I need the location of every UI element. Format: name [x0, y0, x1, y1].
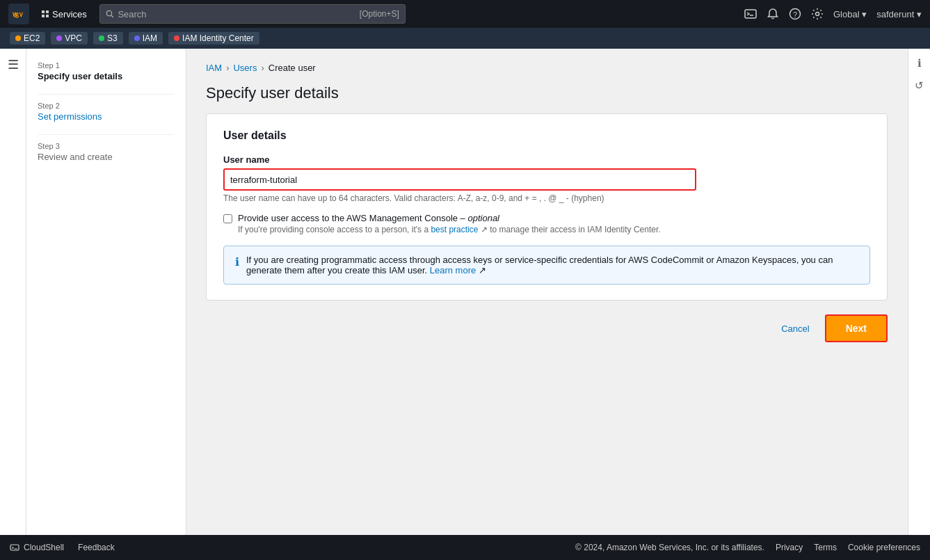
step-1-title: Specify user details	[38, 71, 175, 81]
step-2-item: Step 2 Set permissions	[38, 102, 175, 122]
vpc-dot	[56, 35, 62, 41]
cloudshell-button[interactable]: CloudShell	[10, 543, 64, 552]
learn-more-link[interactable]: Learn more	[430, 265, 476, 275]
search-icon	[106, 9, 114, 19]
page-content: IAM › Users › Create user Specify user d…	[186, 49, 908, 535]
nav-tag-ec2[interactable]: EC2	[10, 32, 45, 45]
step-1-label: Step 1	[38, 61, 175, 70]
form-section-title: User details	[223, 129, 870, 142]
bell-icon-btn[interactable]	[767, 8, 779, 20]
right-history-icon[interactable]: ↺	[915, 79, 924, 92]
nav-tag-s3[interactable]: S3	[93, 32, 123, 45]
feedback-button[interactable]: Feedback	[78, 543, 115, 552]
svg-line-6	[111, 15, 113, 17]
bell-icon	[767, 8, 779, 20]
ec2-dot	[15, 35, 21, 41]
svg-rect-1	[42, 10, 45, 13]
cancel-button[interactable]: Cancel	[773, 319, 817, 338]
bottom-bar: CloudShell Feedback © 2024, Amazon Web S…	[0, 535, 930, 560]
page-title: Specify user details	[206, 84, 888, 102]
terminal-icon-btn[interactable]	[744, 8, 757, 20]
sidebar-toggle: ☰	[0, 49, 26, 535]
breadcrumb: IAM › Users › Create user	[206, 63, 888, 73]
s3-dot	[99, 35, 104, 41]
username-input[interactable]	[223, 168, 696, 191]
search-shortcut: [Option+S]	[360, 9, 399, 19]
privacy-link[interactable]: Privacy	[776, 543, 803, 552]
breadcrumb-sep-1: ›	[226, 63, 229, 73]
settings-icon	[811, 8, 824, 20]
info-icon: ℹ	[235, 255, 239, 275]
cookie-link[interactable]: Cookie preferences	[848, 543, 920, 552]
svg-point-5	[106, 10, 111, 15]
step-3-label: Step 3	[38, 142, 175, 150]
nav-tag-iam[interactable]: IAM	[129, 32, 163, 45]
top-navigation: Services [Option+S] ?	[0, 0, 930, 28]
svg-rect-0	[8, 3, 29, 24]
terminal-icon	[744, 8, 757, 20]
console-checkbox[interactable]	[223, 214, 232, 223]
svg-rect-3	[42, 15, 45, 17]
console-sublabel: If you're providing console access to a …	[238, 225, 661, 234]
svg-rect-4	[46, 15, 49, 17]
svg-point-11	[815, 13, 819, 16]
right-sidebar: ℹ ↺	[908, 49, 930, 535]
steps-sidebar: Step 1 Specify user details Step 2 Set p…	[26, 49, 186, 535]
breadcrumb-users[interactable]: Users	[233, 63, 257, 73]
second-navigation: EC2 VPC S3 IAM IAM Identity Center	[0, 28, 930, 49]
svg-rect-2	[46, 10, 49, 13]
nav-tag-vpc[interactable]: VPC	[51, 32, 88, 45]
region-selector[interactable]: Global ▾	[833, 9, 867, 19]
main-layout: ☰ Step 1 Specify user details Step 2 Set…	[0, 49, 930, 535]
info-box: ℹ If you are creating programmatic acces…	[223, 246, 870, 285]
aws-logo[interactable]	[8, 3, 29, 24]
settings-icon-btn[interactable]	[811, 8, 824, 20]
console-checkbox-row: Provide user access to the AWS Managemen…	[223, 213, 870, 234]
console-checkbox-labels: Provide user access to the AWS Managemen…	[238, 213, 661, 234]
nav-icons: ? Global ▾ safderunt ▾	[744, 8, 922, 20]
nav-tag-iam-identity[interactable]: IAM Identity Center	[168, 32, 259, 45]
breadcrumb-iam[interactable]: IAM	[206, 63, 222, 73]
step-2-title[interactable]: Set permissions	[38, 111, 175, 122]
form-card: User details User name The user name can…	[206, 113, 888, 301]
vpc-label: VPC	[65, 33, 82, 43]
username-label: User name	[223, 154, 870, 165]
next-button[interactable]: Next	[825, 314, 888, 342]
right-info-icon[interactable]: ℹ	[917, 57, 922, 70]
console-label: Provide user access to the AWS Managemen…	[238, 213, 661, 223]
iam-dot	[134, 35, 140, 41]
step-2-label: Step 2	[38, 102, 175, 110]
cloudshell-icon	[10, 543, 19, 552]
breadcrumb-sep-2: ›	[261, 63, 264, 73]
step-1-item: Step 1 Specify user details	[38, 61, 175, 81]
search-input[interactable]	[118, 9, 359, 19]
action-row: Cancel Next	[206, 314, 888, 342]
svg-rect-7	[745, 10, 756, 18]
username-field: User name The user name can have up to 6…	[223, 154, 870, 203]
step-3-title: Review and create	[38, 152, 175, 162]
terms-link[interactable]: Terms	[814, 543, 837, 552]
services-button[interactable]: Services	[38, 6, 91, 22]
iam-label: IAM	[143, 33, 157, 43]
step-3-item: Step 3 Review and create	[38, 142, 175, 162]
s3-label: S3	[107, 33, 118, 43]
iam-identity-dot	[174, 35, 179, 41]
hamburger-button[interactable]: ☰	[8, 57, 19, 72]
services-label: Services	[52, 9, 87, 19]
username-hint: The user name can have up to 64 characte…	[223, 193, 870, 203]
console-label-text: Provide user access to the AWS Managemen…	[238, 213, 499, 223]
ec2-label: EC2	[24, 33, 40, 43]
content-area: Step 1 Specify user details Step 2 Set p…	[26, 49, 930, 535]
breadcrumb-current: Create user	[268, 63, 316, 73]
svg-text:?: ?	[793, 10, 797, 19]
search-bar[interactable]: [Option+S]	[99, 4, 406, 24]
info-box-content: If you are creating programmatic access …	[246, 255, 858, 275]
svg-rect-12	[10, 545, 19, 550]
iam-identity-label: IAM Identity Center	[182, 33, 254, 43]
help-icon: ?	[789, 8, 801, 20]
grid-icon	[42, 10, 49, 17]
best-practice-link[interactable]: best practice	[431, 225, 478, 234]
user-menu[interactable]: safderunt ▾	[876, 9, 922, 19]
help-icon-btn[interactable]: ?	[789, 8, 801, 20]
bottom-bar-right: © 2024, Amazon Web Services, Inc. or its…	[575, 543, 920, 552]
